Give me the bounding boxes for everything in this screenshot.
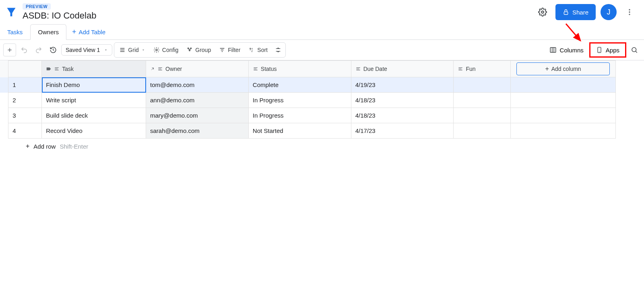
group-button[interactable]: Group [182,44,215,56]
svg-text:A: A [252,48,253,50]
cell-owner[interactable]: mary@demo.com [146,108,249,123]
redo-button[interactable] [32,44,45,56]
share-label: Share [572,9,588,16]
plus-icon: + [26,143,29,150]
cell-owner[interactable]: sarah@demo.com [146,123,249,139]
cell-task[interactable]: Record Video [42,123,146,139]
group-label: Group [195,47,211,53]
data-grid: Task Owner Status Due Date [0,60,616,139]
page-title[interactable]: ASDB: IO Codelab [23,10,96,21]
tab-tasks[interactable]: Tasks [0,25,30,39]
cell-due-date[interactable]: 4/18/23 [351,108,454,123]
cell-fun[interactable] [454,93,511,108]
column-header-status[interactable]: Status [248,61,351,77]
filter-button[interactable]: Filter [215,44,244,56]
cell-fun[interactable] [454,123,511,139]
row-height-button[interactable] [272,44,285,56]
config-label: Config [162,47,178,53]
cell-status[interactable]: In Progress [248,93,351,108]
cell-empty[interactable] [511,93,616,108]
share-button[interactable]: Share [555,4,596,20]
table-tabs: Tasks Owners + Add Table [0,24,644,40]
cell-status[interactable]: In Progress [248,108,351,123]
text-icon [253,66,258,72]
grid-label: Grid [128,47,138,53]
saved-view-selector[interactable]: Saved View 1 [61,44,112,56]
gear-icon [153,47,160,53]
plus-icon [6,47,13,53]
cell-fun[interactable] [454,108,511,123]
apps-label: Apps [606,47,619,54]
grid-view-button[interactable]: Grid [115,44,149,56]
svg-text:Z: Z [252,50,253,52]
sort-label: Sort [257,47,268,53]
undo-button[interactable] [18,44,31,56]
settings-button[interactable] [535,4,551,20]
text-icon [54,66,60,72]
saved-view-label: Saved View 1 [66,47,100,53]
phone-icon [596,46,603,54]
table-row[interactable]: 4Record Videosarah@demo.comNot Started4/… [0,123,616,139]
sort-button[interactable]: AZ Sort [244,44,272,56]
search-button[interactable] [628,44,641,56]
add-view-button[interactable] [3,44,16,56]
group-icon [186,47,193,53]
user-avatar[interactable]: J [601,4,617,20]
apps-button[interactable]: Apps [589,42,626,58]
app-logo [5,6,18,19]
cell-empty[interactable] [511,77,616,93]
history-icon [50,46,57,54]
table-row[interactable]: 2Write scriptann@demo.comIn Progress4/18… [0,93,616,108]
cell-due-date[interactable]: 4/17/23 [351,123,454,139]
gear-icon [538,8,547,17]
chevron-down-icon [141,48,145,52]
cell-owner[interactable]: tom@demo.com [146,77,249,93]
cell-owner[interactable]: ann@demo.com [146,93,249,108]
cell-due-date[interactable]: 4/19/23 [351,77,454,93]
ref-arrow-icon [150,66,155,71]
column-header-task[interactable]: Task [42,61,146,77]
cell-empty[interactable] [511,123,616,139]
svg-point-0 [541,11,544,13]
tab-owners[interactable]: Owners [30,24,66,40]
cell-status[interactable]: Not Started [248,123,351,139]
sort-icon: AZ [248,47,255,53]
cell-fun[interactable] [454,77,511,93]
plus-icon: + [545,65,549,73]
cell-empty[interactable] [511,108,616,123]
columns-icon [549,46,557,54]
svg-point-4 [629,14,630,15]
add-table-button[interactable]: + Add Table [66,24,111,39]
redo-icon [35,46,42,54]
table-row[interactable]: 1Finish Demotom@demo.comComplete4/19/23 [0,77,616,93]
more-vert-icon [625,8,634,16]
filter-label: Filter [228,47,240,53]
columns-button[interactable]: Columns [545,44,588,56]
add-row-button[interactable]: + Add row Shift-Enter [0,139,644,154]
app-header: PREVIEW ASDB: IO Codelab Share J [0,0,644,24]
row-number: 3 [8,108,42,123]
column-header-owner[interactable]: Owner [146,61,249,77]
cell-task[interactable]: Build slide deck [42,108,146,123]
svg-point-2 [629,9,630,10]
cell-task[interactable]: Finish Demo [42,77,146,93]
table-row[interactable]: 3Build slide deckmary@demo.comIn Progres… [0,108,616,123]
column-header-fun[interactable]: Fun [454,61,511,77]
chevron-down-icon [104,48,108,52]
cell-task[interactable]: Write script [42,93,146,108]
config-button[interactable]: Config [149,44,182,56]
filter-icon [219,47,225,53]
search-icon [631,46,638,54]
text-icon [157,66,163,72]
history-button[interactable] [47,44,60,56]
svg-point-3 [629,11,630,12]
cell-status[interactable]: Complete [248,77,351,93]
preview-badge: PREVIEW [23,3,51,10]
more-menu-button[interactable] [621,4,638,20]
svg-point-5 [156,49,157,51]
svg-rect-1 [564,12,568,15]
cell-due-date[interactable]: 4/18/23 [351,93,454,108]
text-icon [458,66,463,72]
add-column-button[interactable]: + Add column [511,61,616,77]
column-header-due-date[interactable]: Due Date [351,61,454,77]
